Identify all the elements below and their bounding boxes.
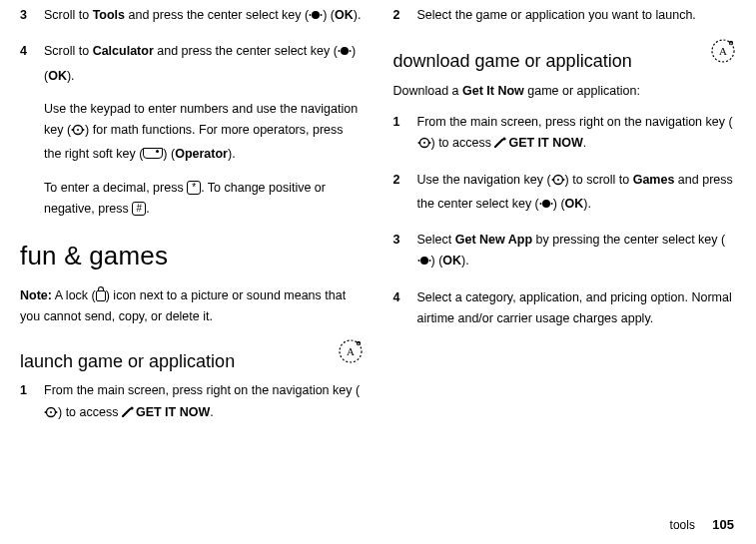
- text: and press the center select key (: [125, 8, 309, 22]
- svg-text:+: +: [357, 340, 360, 346]
- step-body: Select the game or application you want …: [417, 5, 737, 26]
- tools-label: Tools: [93, 8, 125, 22]
- right-column: 2 Select the game or application you wan…: [393, 5, 737, 438]
- right-softkey-icon: [143, 148, 163, 159]
- step-body: From the main screen, press right on the…: [417, 112, 737, 158]
- svg-point-29: [551, 179, 553, 181]
- text: Download a: [393, 84, 463, 98]
- svg-point-31: [557, 179, 559, 181]
- star-key-icon: *: [187, 181, 201, 195]
- svg-point-3: [341, 47, 349, 55]
- svg-point-32: [542, 200, 550, 208]
- lock-icon: [96, 290, 106, 301]
- lock-note: Note: A lock () icon next to a picture o…: [20, 285, 364, 328]
- svg-point-36: [417, 260, 419, 262]
- text: Select: [417, 233, 455, 247]
- svg-text:A: A: [347, 345, 355, 357]
- subsection-heading: download game or application: [393, 46, 705, 77]
- ok-label: OK: [565, 197, 584, 211]
- svg-point-26: [423, 142, 425, 144]
- launch-step-1: 1 From the main screen, press right on t…: [20, 380, 364, 426]
- download-step-1: 1 From the main screen, press right on t…: [393, 112, 737, 158]
- calculator-instructions-2: To enter a decimal, press *. To change p…: [44, 178, 364, 221]
- svg-point-15: [45, 411, 47, 413]
- ok-label: OK: [442, 254, 461, 268]
- text: A lock (: [52, 288, 96, 302]
- feature-badge-icon: A+: [338, 338, 364, 371]
- text: ) to access: [431, 136, 495, 150]
- step-number: 3: [393, 230, 417, 275]
- games-label: Games: [633, 173, 675, 187]
- svg-point-4: [338, 50, 340, 52]
- operator-label: Operator: [175, 147, 228, 161]
- text: ) (: [553, 197, 565, 211]
- get-it-now-label: Get It Now: [462, 84, 524, 98]
- center-select-icon: [539, 197, 553, 218]
- center-select-icon: [309, 8, 323, 29]
- download-intro: Download a Get It Now game or applicatio…: [393, 81, 737, 102]
- text: Scroll to: [44, 44, 93, 58]
- svg-point-1: [310, 14, 312, 16]
- step-number: 4: [393, 287, 417, 330]
- download-step-3: 3 Select Get New App by pressing the cen…: [393, 230, 737, 275]
- text: To enter a decimal, press: [44, 181, 187, 195]
- text: Use the navigation key (: [417, 173, 551, 187]
- svg-point-17: [50, 411, 52, 413]
- text: ).: [354, 8, 362, 22]
- text: ).: [461, 254, 469, 268]
- get-it-now-icon: [494, 135, 507, 156]
- text: .: [583, 136, 586, 150]
- text: by pressing the center select key (: [532, 233, 725, 247]
- svg-point-9: [77, 129, 79, 131]
- text: ) (: [431, 254, 443, 268]
- left-column: 3 Scroll to Tools and press the center s…: [20, 5, 364, 438]
- text: ).: [67, 69, 75, 83]
- center-select-icon: [417, 254, 431, 274]
- step-body: Select Get New App by pressing the cente…: [417, 230, 737, 275]
- svg-point-18: [130, 406, 133, 409]
- nav-key-icon: [71, 123, 85, 144]
- svg-point-33: [539, 203, 541, 205]
- download-step-2: 2 Use the navigation key () to scroll to…: [393, 170, 737, 219]
- note-label: Note:: [20, 288, 52, 302]
- step-body: Use the navigation key () to scroll to G…: [417, 170, 737, 219]
- hash-key-icon: #: [132, 202, 146, 216]
- ok-label: OK: [335, 8, 354, 22]
- text: Scroll to: [44, 8, 93, 22]
- step-body: Scroll to Calculator and press the cente…: [44, 41, 364, 87]
- step-number: 1: [20, 380, 44, 426]
- page-number: 105: [712, 517, 734, 532]
- text: ).: [583, 197, 591, 211]
- svg-point-0: [312, 11, 320, 19]
- svg-text:+: +: [730, 40, 733, 46]
- text: .: [146, 202, 149, 216]
- svg-point-27: [503, 138, 506, 141]
- subsection-launch: launch game or application A+: [20, 338, 364, 381]
- step-number: 3: [20, 5, 44, 29]
- section-heading-fun-games: fun & games: [20, 234, 364, 277]
- text: ) to scroll to: [565, 173, 633, 187]
- get-it-now-icon: [122, 404, 135, 425]
- text: .: [210, 405, 213, 419]
- center-select-icon: [338, 44, 352, 65]
- footer-section: tools: [670, 518, 695, 532]
- subsection-download: download game or application A+: [393, 38, 737, 81]
- step-number: 4: [20, 41, 44, 87]
- subsection-heading: launch game or application: [20, 346, 332, 377]
- download-step-4: 4 Select a category, application, and pr…: [393, 287, 737, 330]
- step-body: Scroll to Tools and press the center sel…: [44, 5, 364, 29]
- nav-key-icon: [417, 136, 431, 157]
- text: ).: [228, 147, 236, 161]
- page-footer: tools 105: [670, 514, 734, 536]
- nav-key-icon: [551, 173, 565, 194]
- step-body: From the main screen, press right on the…: [44, 380, 364, 426]
- svg-text:A: A: [719, 45, 727, 57]
- page-columns: 3 Scroll to Tools and press the center s…: [20, 5, 736, 438]
- text: game or application:: [524, 84, 640, 98]
- calculator-instructions-1: Use the keypad to enter numbers and use …: [44, 99, 364, 166]
- svg-point-7: [72, 129, 74, 131]
- step-number: 1: [393, 112, 417, 158]
- svg-point-24: [417, 142, 419, 144]
- text: and press the center select key (: [154, 44, 338, 58]
- get-it-now-label: GET IT NOW: [136, 405, 210, 419]
